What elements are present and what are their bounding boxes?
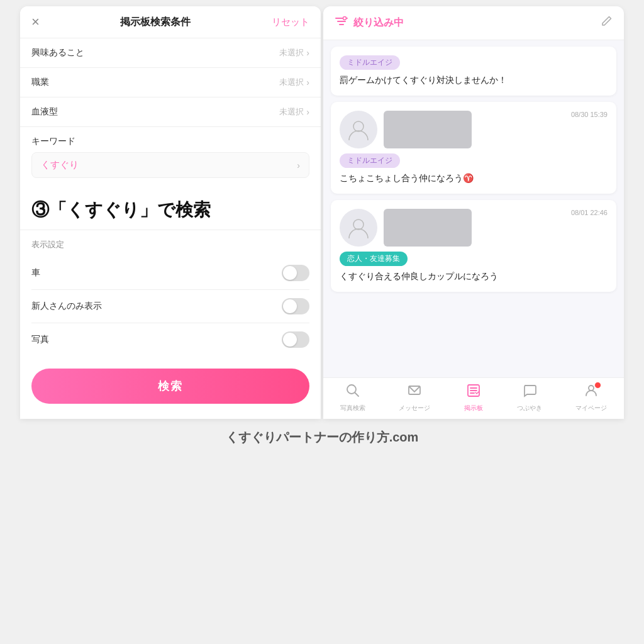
- svg-point-4: [353, 121, 364, 131]
- post-card-3[interactable]: 08/01 22:46 恋人・友達募集 くすぐり合える仲良しカップルになろう: [331, 200, 616, 292]
- filter-value-job: 未選択 ›: [279, 77, 309, 88]
- post-text-3: くすぐり合える仲良しカップルになろう: [340, 270, 608, 283]
- filter-label-interests: 興味あること: [31, 47, 84, 58]
- toggle-label-photo: 写真: [31, 334, 49, 345]
- post-tag-3: 恋人・友達募集: [340, 252, 408, 266]
- svg-point-3: [343, 17, 347, 20]
- reset-button[interactable]: リセット: [272, 16, 309, 28]
- big-search-label: ③「くすぐり」で検索: [20, 187, 321, 230]
- edit-icon[interactable]: [600, 15, 613, 31]
- filter-row-job[interactable]: 職業 未選択 ›: [20, 68, 321, 97]
- nav-label-mypage: マイページ: [575, 404, 607, 413]
- filter-active-icon: [335, 16, 348, 30]
- toggle-newbie[interactable]: [282, 298, 309, 314]
- close-button[interactable]: ×: [31, 15, 40, 29]
- filter-row-blood[interactable]: 血液型 未選択 ›: [20, 97, 321, 127]
- post-timestamp-3: 08/01 22:46: [571, 209, 608, 216]
- display-settings-title: 表示設定: [31, 239, 309, 250]
- toggle-car[interactable]: [282, 265, 309, 281]
- search-btn-area: 検索: [20, 356, 321, 419]
- post-text-1: 罰ゲームかけてくすぐり対決しませんか！: [340, 74, 608, 87]
- nav-label-tweet: つぶやき: [517, 404, 542, 413]
- chevron-icon: ›: [306, 48, 309, 58]
- post-list: ミドルエイジ 罰ゲームかけてくすぐり対決しませんか！: [323, 40, 624, 377]
- toggle-label-car: 車: [31, 267, 40, 279]
- chevron-icon: ›: [306, 107, 309, 117]
- nav-label-message: メッセージ: [399, 404, 430, 413]
- post-tag-2: ミドルエイジ: [340, 153, 400, 168]
- left-panel-title: 掲示板検索条件: [120, 16, 191, 29]
- search-button[interactable]: 検索: [31, 369, 309, 404]
- keyword-value: くすぐり: [41, 159, 79, 171]
- nav-label-photo: 写真検索: [340, 404, 365, 413]
- left-header: × 掲示板検索条件 リセット: [20, 6, 321, 38]
- right-header-left: 絞り込み中: [335, 16, 404, 30]
- avatar-3: [340, 209, 377, 247]
- post-card-1[interactable]: ミドルエイジ 罰ゲームかけてくすぐり対決しませんか！: [331, 47, 616, 96]
- outer-wrapper: × 掲示板検索条件 リセット 興味あること 未選択 › 職業 未選択 ›: [0, 0, 644, 644]
- message-icon: [407, 383, 422, 402]
- filter-label-job: 職業: [31, 77, 49, 88]
- nav-message[interactable]: メッセージ: [399, 383, 430, 413]
- toggle-row-car: 車: [31, 257, 309, 290]
- keyword-label: キーワード: [31, 136, 309, 147]
- nav-mypage[interactable]: マイページ: [575, 383, 607, 413]
- bottom-nav: 写真検索 メッセージ: [323, 377, 624, 419]
- search-icon: [345, 383, 360, 402]
- filter-row-interests[interactable]: 興味あること 未選択 ›: [20, 38, 321, 68]
- filter-value-blood: 未選択 ›: [279, 106, 309, 118]
- post-tag-1: ミドルエイジ: [340, 55, 400, 70]
- post-image-2: [384, 111, 472, 148]
- left-panel: × 掲示板検索条件 リセット 興味あること 未選択 › 職業 未選択 ›: [20, 6, 321, 419]
- mypage-icon: [584, 383, 599, 402]
- nav-label-board: 掲示板: [464, 404, 483, 413]
- chevron-icon: ›: [306, 77, 309, 87]
- keyword-input-row[interactable]: くすぐり ›: [31, 152, 309, 178]
- post-card-2[interactable]: 08/30 15:39 ミドルエイジ こちょこちょし合う仲になろう♈: [331, 102, 616, 194]
- post-timestamp-2: 08/30 15:39: [571, 111, 608, 118]
- toggle-row-photo: 写真: [31, 323, 309, 356]
- nav-photo-search[interactable]: 写真検索: [340, 383, 365, 413]
- toggle-label-newbie: 新人さんのみ表示: [31, 301, 102, 312]
- tweet-icon: [522, 383, 537, 402]
- filter-value-interests: 未選択 ›: [279, 47, 309, 58]
- nav-board[interactable]: 掲示板: [464, 383, 483, 413]
- right-panel: 絞り込み中 ミドルエイジ 罰ゲームかけてくすぐり対決しませんか！: [323, 6, 624, 419]
- toggle-photo[interactable]: [282, 331, 309, 348]
- svg-line-7: [355, 393, 358, 397]
- right-header-title: 絞り込み中: [353, 16, 404, 30]
- post-text-2: こちょこちょし合う仲になろう♈: [340, 172, 608, 185]
- display-settings-section: 表示設定 車 新人さんのみ表示 写真: [20, 230, 321, 356]
- site-label: くすぐりパートナーの作り方.com: [0, 419, 644, 455]
- board-icon: [466, 383, 481, 402]
- screens-row: × 掲示板検索条件 リセット 興味あること 未選択 › 職業 未選択 ›: [20, 6, 624, 419]
- keyword-section: キーワード くすぐり ›: [20, 127, 321, 187]
- nav-tweet[interactable]: つぶやき: [517, 383, 542, 413]
- avatar-2: [340, 111, 377, 148]
- svg-point-13: [589, 386, 594, 391]
- chevron-icon: ›: [297, 160, 300, 170]
- svg-point-5: [353, 219, 364, 230]
- post-image-3: [384, 209, 472, 247]
- filter-label-blood: 血液型: [31, 106, 58, 118]
- toggle-row-newbie: 新人さんのみ表示: [31, 290, 309, 323]
- right-header: 絞り込み中: [323, 6, 624, 40]
